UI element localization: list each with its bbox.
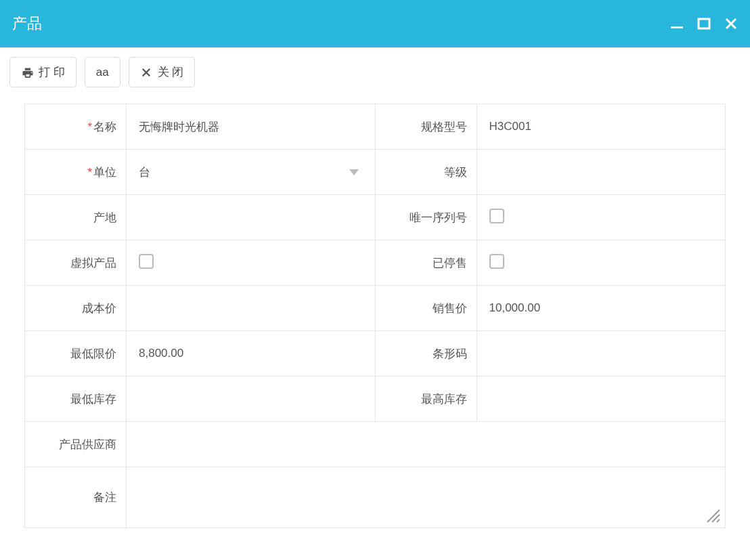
svg-rect-1 (699, 19, 709, 28)
label-minstock: 最低库存 (25, 376, 127, 422)
window-controls (670, 17, 738, 30)
font-button[interactable]: aa (85, 57, 120, 87)
checkbox-serial-cell (477, 195, 726, 240)
close-button[interactable]: 关 闭 (129, 57, 196, 87)
print-button[interactable]: 打 印 (9, 57, 76, 87)
label-remark: 备注 (25, 467, 127, 528)
chevron-down-icon (349, 169, 359, 175)
label-barcode: 条形码 (375, 331, 477, 376)
checkbox-discontinued-cell (477, 240, 726, 286)
toolbar: 打 印 aa 关 闭 (0, 47, 750, 97)
input-grade[interactable] (477, 150, 726, 195)
printer-icon (21, 66, 33, 79)
form-area: *名称 无悔牌时光机器 规格型号 H3C001 *单位 台 等级 产地 唯一序列… (0, 97, 750, 528)
label-name: *名称 (25, 104, 127, 150)
label-minprice: 最低限价 (25, 331, 127, 376)
label-virtual: 虚拟产品 (25, 240, 127, 286)
checkbox-discontinued[interactable] (489, 254, 504, 269)
label-unit: *单位 (25, 150, 127, 195)
checkbox-serial[interactable] (489, 209, 504, 223)
input-origin[interactable] (127, 195, 376, 240)
resize-handle-icon[interactable] (705, 507, 721, 523)
close-icon (140, 66, 152, 79)
label-serial: 唯一序列号 (375, 195, 477, 240)
textarea-remark[interactable] (127, 467, 726, 528)
label-maxstock: 最高库存 (375, 376, 477, 422)
form-table: *名称 无悔牌时光机器 规格型号 H3C001 *单位 台 等级 产地 唯一序列… (24, 104, 726, 528)
label-sale: 销售价 (375, 286, 477, 331)
minimize-button[interactable] (670, 17, 684, 30)
input-barcode[interactable] (477, 331, 726, 376)
font-label: aa (96, 66, 109, 79)
svg-line-8 (717, 519, 720, 522)
print-label: 打 印 (39, 64, 65, 80)
label-cost: 成本价 (25, 286, 127, 331)
checkbox-virtual[interactable] (139, 254, 154, 269)
close-window-button[interactable] (724, 17, 738, 30)
label-discontinued: 已停售 (375, 240, 477, 286)
input-cost[interactable] (127, 286, 376, 331)
input-sale[interactable]: 10,000.00 (477, 286, 726, 331)
input-name[interactable]: 无悔牌时光机器 (127, 104, 376, 150)
input-minstock[interactable] (127, 376, 376, 422)
close-label: 关 闭 (158, 64, 184, 80)
svg-rect-0 (671, 26, 683, 28)
input-spec[interactable]: H3C001 (477, 104, 726, 150)
label-supplier: 产品供应商 (25, 422, 127, 467)
checkbox-virtual-cell (127, 240, 376, 286)
label-origin: 产地 (25, 195, 127, 240)
label-spec: 规格型号 (375, 104, 477, 150)
select-unit[interactable]: 台 (127, 150, 376, 195)
titlebar: 产品 (0, 0, 750, 47)
input-minprice[interactable]: 8,800.00 (127, 331, 376, 376)
input-supplier[interactable] (127, 422, 726, 467)
label-grade: 等级 (375, 150, 477, 195)
input-maxstock[interactable] (477, 376, 726, 422)
window-title: 产品 (12, 14, 42, 34)
maximize-button[interactable] (697, 17, 711, 30)
